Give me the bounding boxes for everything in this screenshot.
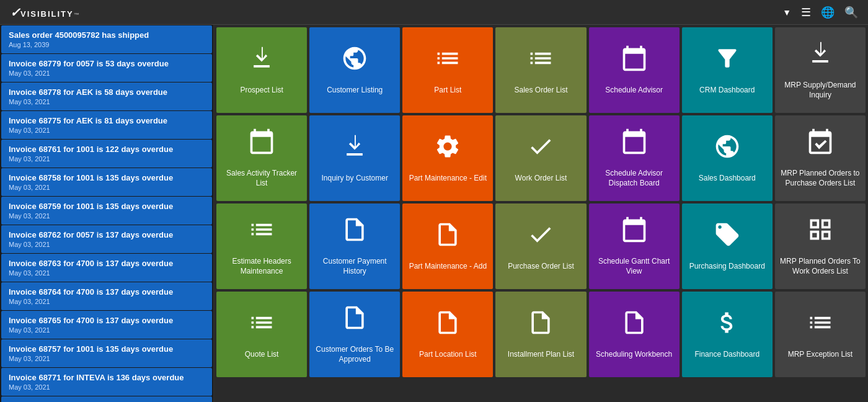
- download-box-icon: [248, 45, 275, 81]
- sidebar-item-title: Invoice 68763 for 4700 is 137 days overd…: [9, 259, 205, 268]
- chevron-down-icon: ▼: [782, 7, 791, 17]
- calendar-check-icon: [807, 128, 834, 164]
- tile-purchase-order-list[interactable]: Purchase Order List: [495, 203, 586, 289]
- tile-estimate-headers-maintenance[interactable]: Estimate Headers Maintenance: [216, 203, 307, 289]
- document-icon: [341, 304, 368, 340]
- sidebar-item-date: May 03, 2021: [9, 241, 205, 248]
- sidebar-item[interactable]: Invoice 68763 for 4700 is 137 days overd…: [1, 254, 212, 282]
- tile-schedule-advisor-dispatch-board[interactable]: Schedule Advisor Dispatch Board: [589, 115, 680, 201]
- tile-label: Customer Listing: [327, 86, 383, 96]
- sidebar-item-date: May 03, 2021: [9, 326, 205, 334]
- tile-sales-order-list[interactable]: Sales Order List: [495, 27, 586, 113]
- sidebar-item-title: Invoice 68779 for 0057 is 53 days overdu…: [9, 59, 205, 68]
- tile-label: Schedule Gantt Chart View: [594, 257, 675, 276]
- sidebar-item-title: Invoice 68771 for INTEVA is 136 days ove…: [9, 373, 205, 382]
- sidebar-item[interactable]: Invoice 68771 for INTEVA is 136 days ove…: [1, 368, 212, 396]
- sidebar-item-title: Invoice 68764 for 4700 is 137 days overd…: [9, 287, 205, 297]
- sidebar-item[interactable]: Invoice 68775 for AEK is 81 days overdue…: [1, 111, 212, 139]
- tile-label: Quote List: [245, 350, 279, 360]
- menu-icon[interactable]: ☰: [801, 6, 811, 19]
- admin-button[interactable]: ▼: [780, 7, 791, 17]
- tile-label: Installment Plan List: [508, 350, 574, 360]
- sidebar-item-title: Invoice 68765 for 4700 is 137 days overd…: [9, 316, 205, 325]
- globe-icon[interactable]: 🌐: [821, 6, 835, 19]
- tile-work-order-list[interactable]: Work Order List: [495, 115, 586, 201]
- tile-label: Work Order List: [515, 174, 567, 184]
- sidebar-item[interactable]: Invoice 68764 for 4700 is 137 days overd…: [1, 282, 212, 310]
- tile-mrp-supplydemand-inquiry[interactable]: MRP Supply/Demand Inquiry: [775, 27, 866, 113]
- tile-installment-plan-list[interactable]: Installment Plan List: [495, 292, 586, 377]
- tile-label: Sales Order List: [514, 86, 567, 96]
- search-icon[interactable]: 🔍: [844, 6, 858, 19]
- tile-customer-orders-to-be-approved[interactable]: Customer Orders To Be Approved: [309, 292, 400, 377]
- sidebar-item-title: Invoice 68761 for 1001 is 122 days overd…: [9, 145, 205, 154]
- document-icon: [341, 216, 368, 252]
- tile-label: Purchase Order List: [508, 262, 574, 272]
- sidebar-item-date: May 03, 2021: [9, 155, 205, 163]
- tile-mrp-planned-orders-to-work-orders-list[interactable]: MRP Planned Orders To Work Orders List: [775, 203, 866, 289]
- tile-prospect-list[interactable]: Prospect List: [216, 27, 307, 113]
- tile-part-list[interactable]: Part List: [402, 27, 493, 113]
- sidebar-item[interactable]: Invoice 68765 for 4700 is 137 days overd…: [1, 311, 212, 339]
- tile-mrp-exception-list[interactable]: MRP Exception List: [775, 292, 866, 377]
- list-icon: [527, 45, 554, 81]
- calendar-icon: [621, 128, 648, 164]
- tile-label: CRM Dashboard: [699, 86, 755, 96]
- checkmark-icon: [527, 133, 554, 169]
- tile-mrp-planned-orders-to-purchase-orders-list[interactable]: MRP Planned Orders to Purchase Orders Li…: [775, 115, 866, 201]
- tile-label: Estimate Headers Maintenance: [221, 257, 302, 276]
- sidebar: Sales order 4500095782 has shippedAug 13…: [0, 25, 214, 402]
- tile-label: Part List: [434, 86, 461, 96]
- tile-schedule-gantt-chart-view[interactable]: Schedule Gantt Chart View: [589, 203, 680, 289]
- sidebar-item-title: Invoice 68758 for 1001 is 135 days overd…: [9, 173, 205, 182]
- sidebar-item-title: Invoice 68759 for 1001 is 135 days overd…: [9, 202, 205, 211]
- tile-label: MRP Planned Orders To Work Orders List: [780, 257, 861, 276]
- tile-label: Sales Activity Tracker List: [221, 169, 302, 188]
- tile-customer-payment-history[interactable]: Customer Payment History: [309, 203, 400, 289]
- tile-part-maintenance---add[interactable]: Part Maintenance - Add: [402, 203, 493, 289]
- sidebar-item-date: May 03, 2021: [9, 98, 205, 105]
- download-box-icon: [807, 40, 834, 76]
- tile-label: Customer Orders To Be Approved: [314, 345, 395, 364]
- calendar-icon: [621, 216, 648, 252]
- tiles-grid: Prospect List Customer Listing Part List…: [216, 27, 866, 377]
- tile-label: Part Location List: [419, 350, 477, 360]
- sidebar-item-date: May 03, 2021: [9, 269, 205, 277]
- list-lines-icon: [248, 216, 275, 252]
- tile-label: Part Maintenance - Add: [409, 262, 487, 272]
- tile-sales-activity-tracker-list[interactable]: Sales Activity Tracker List: [216, 115, 307, 201]
- tile-part-maintenance---edit[interactable]: Part Maintenance - Edit: [402, 115, 493, 201]
- grid-icon: [807, 216, 834, 252]
- logo-v: ✓VISIBILITY™: [10, 5, 80, 20]
- header-right: ▼ ☰ 🌐 🔍: [780, 6, 858, 19]
- sidebar-item-date: May 03, 2021: [9, 127, 205, 134]
- sidebar-item[interactable]: Invoice 68759 for 1001 is 135 days overd…: [1, 197, 212, 225]
- tile-customer-listing[interactable]: Customer Listing: [309, 27, 400, 113]
- sidebar-item[interactable]: Invoice 68757 for 1001 is 135 days overd…: [1, 339, 212, 367]
- tile-label: Customer Payment History: [314, 257, 395, 276]
- tile-scheduling-workbench[interactable]: Scheduling Workbench: [589, 292, 680, 377]
- tile-purchasing-dashboard[interactable]: Purchasing Dashboard: [682, 203, 773, 289]
- sidebar-item-title: Invoice 68757 for 1001 is 135 days overd…: [9, 344, 205, 354]
- document-icon: [621, 309, 648, 345]
- globe-icon: [714, 133, 741, 169]
- sidebar-item[interactable]: Invoice 68762 for 0057 is 137 days overd…: [1, 225, 212, 253]
- sidebar-item-date: May 03, 2021: [9, 69, 205, 77]
- app-header: ✓VISIBILITY™ ▼ ☰ 🌐 🔍: [0, 0, 868, 25]
- tile-quote-list[interactable]: Quote List: [216, 292, 307, 377]
- sidebar-item-date: May 03, 2021: [9, 355, 205, 362]
- sidebar-item[interactable]: Invoice 68779 for 0057 is 53 days overdu…: [1, 54, 212, 82]
- tile-schedule-advisor[interactable]: Schedule Advisor: [589, 27, 680, 113]
- sidebar-item[interactable]: Invoice 68772 for INTEVA is 136 days ove…: [1, 396, 212, 402]
- tile-crm-dashboard[interactable]: CRM Dashboard: [682, 27, 773, 113]
- sidebar-item[interactable]: Invoice 68758 for 1001 is 135 days overd…: [1, 168, 212, 196]
- tile-inquiry-by-customer[interactable]: Inquiry by Customer: [309, 115, 400, 201]
- tile-finance-dashboard[interactable]: Finance Dashboard: [682, 292, 773, 377]
- download-box-icon: [341, 133, 368, 169]
- tile-part-location-list[interactable]: Part Location List: [402, 292, 493, 377]
- sidebar-item[interactable]: Invoice 68761 for 1001 is 122 days overd…: [1, 140, 212, 168]
- sidebar-item[interactable]: Invoice 68778 for AEK is 58 days overdue…: [1, 83, 212, 110]
- tile-sales-dashboard[interactable]: Sales Dashboard: [682, 115, 773, 201]
- tile-label: MRP Exception List: [788, 350, 853, 360]
- sidebar-item[interactable]: Sales order 4500095782 has shippedAug 13…: [1, 25, 212, 53]
